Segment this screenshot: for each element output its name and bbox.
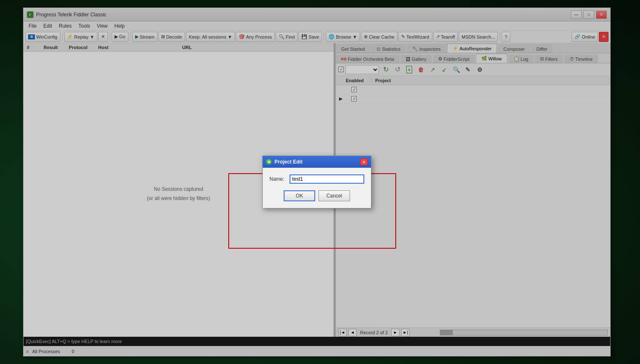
main-window: F Progress Telerik Fiddler Classic — □ ✕… <box>23 8 611 356</box>
modal-name-field: Name: <box>269 174 364 184</box>
modal-buttons: OK Cancel <box>269 190 364 201</box>
modal-close-button[interactable]: ✕ <box>360 159 368 165</box>
modal-title-icon: ⊕ <box>266 159 272 165</box>
modal-overlay: ⊕ Project Edit ✕ Name: OK Cancel <box>24 8 610 356</box>
modal-name-label: Name: <box>269 176 286 182</box>
modal-cancel-button[interactable]: Cancel <box>319 190 350 201</box>
modal-name-input[interactable] <box>290 174 364 184</box>
modal-body: Name: OK Cancel <box>263 168 371 208</box>
modal-ok-button[interactable]: OK <box>284 190 315 201</box>
modal-title-text: ⊕ Project Edit <box>266 159 303 165</box>
modal-title-bar: ⊕ Project Edit ✕ <box>263 156 371 168</box>
project-edit-modal: ⊕ Project Edit ✕ Name: OK Cancel <box>262 156 371 208</box>
